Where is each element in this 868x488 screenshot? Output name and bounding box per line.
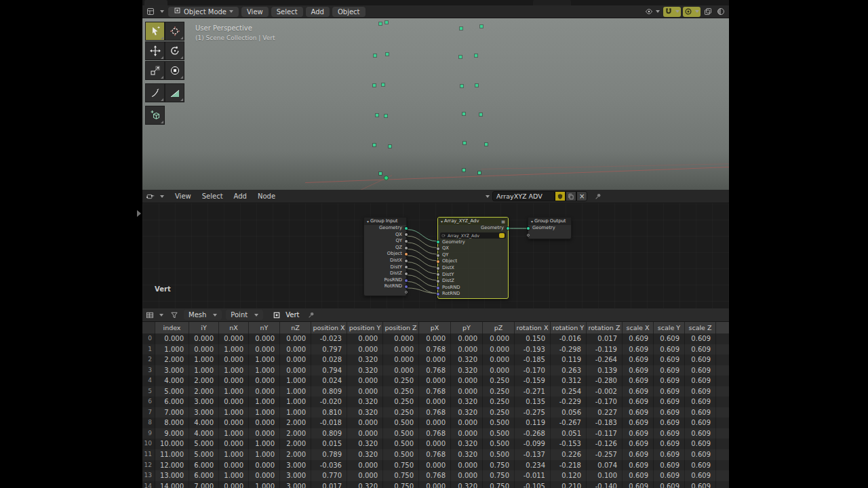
menu-select[interactable]: Select xyxy=(271,7,303,17)
input-row-rotrnd: RotRND xyxy=(438,291,508,298)
disty-socket[interactable] xyxy=(437,273,439,276)
tool-move-button[interactable] xyxy=(145,41,165,60)
posrnd-socket[interactable] xyxy=(405,279,408,282)
input-row-object: Object xyxy=(438,258,508,265)
qz-socket[interactable] xyxy=(405,247,408,249)
table-cell: 13.000 xyxy=(155,470,189,481)
fake-user-shield-button[interactable] xyxy=(555,191,566,201)
ne-menu-view[interactable]: View xyxy=(175,192,191,200)
distx-socket[interactable] xyxy=(437,267,439,270)
node-group-datablock-field[interactable]: Array_XYZ_Adv xyxy=(440,232,506,239)
output-row-distx: DistX xyxy=(364,258,406,264)
menu-view[interactable]: View xyxy=(241,7,269,17)
node-group-output[interactable]: ▾Group Output Geometry xyxy=(528,217,572,239)
virtual-socket[interactable] xyxy=(527,234,530,237)
output-label: QX xyxy=(395,232,402,237)
column-header-rotation-z: rotation Z xyxy=(587,322,623,333)
unlink-button[interactable]: × xyxy=(576,191,587,201)
proportional-editing-icon[interactable] xyxy=(683,7,701,17)
table-cell: 0.609 xyxy=(654,460,685,471)
shading-sphere-icon[interactable] xyxy=(715,7,726,17)
tool-scale-button[interactable] xyxy=(145,61,165,80)
geometry-component-dropdown[interactable]: Mesh xyxy=(184,310,222,320)
table-cell: 0.320 xyxy=(347,481,383,488)
distx-socket[interactable] xyxy=(405,260,408,262)
table-cell: 0.609 xyxy=(654,396,685,407)
region-toggle-arrow-icon[interactable] xyxy=(137,210,141,217)
gizmo-visibility-icon[interactable] xyxy=(644,7,661,17)
menu-add[interactable]: Add xyxy=(306,7,330,17)
table-cell: 5.000 xyxy=(189,449,219,460)
node-header[interactable]: ▾Group Output xyxy=(528,218,571,225)
ne-menu-add[interactable]: Add xyxy=(234,192,247,200)
ne-menu-node[interactable]: Node xyxy=(258,192,275,200)
snap-magnet-icon[interactable] xyxy=(663,7,681,17)
ne-menu-select[interactable]: Select xyxy=(202,192,223,200)
table-cell-filler xyxy=(716,418,729,428)
instance-point xyxy=(475,84,478,87)
node-group-input[interactable]: ▾Group Input GeometryQXQYQZObjectDistXDi… xyxy=(363,217,407,296)
filter-funnel-icon[interactable] xyxy=(169,310,180,320)
geometry-input-socket[interactable] xyxy=(527,227,530,230)
editor-type-node-icon[interactable] xyxy=(145,191,156,201)
node-tree-browse-icon[interactable] xyxy=(471,191,481,201)
node-header[interactable]: ▾Array_XYZ_Adv ▦ xyxy=(438,218,508,225)
pin-icon[interactable] xyxy=(306,310,317,320)
tool-add-cube-button[interactable] xyxy=(145,106,165,125)
qx-socket[interactable] xyxy=(437,247,439,250)
table-cell: 2.000 xyxy=(189,386,219,397)
node-editor-canvas[interactable]: ▾Group Input GeometryQXQYQZObjectDistXDi… xyxy=(142,203,729,308)
table-cell: 0.609 xyxy=(654,333,685,344)
chevron-down-icon xyxy=(675,10,679,13)
instance-point xyxy=(384,115,387,117)
tool-transform-button[interactable] xyxy=(165,61,184,80)
node-tree-owner-label: Vert xyxy=(155,285,171,293)
menu-object[interactable]: Object xyxy=(332,7,366,17)
posrnd-socket[interactable] xyxy=(437,287,439,289)
table-cell: 0.609 xyxy=(654,344,685,355)
viewport-3d[interactable]: User Perspective (1) Scene Collection | … xyxy=(142,18,729,190)
pin-icon[interactable] xyxy=(593,191,604,201)
input-row-qy: QY xyxy=(438,252,508,259)
geometry-socket[interactable] xyxy=(437,241,439,243)
qy-socket[interactable] xyxy=(437,254,439,257)
spreadsheet-toolbar: Mesh Point Vert xyxy=(142,308,729,322)
editor-type-3dview-icon[interactable] xyxy=(145,7,156,17)
table-cell: -0.298 xyxy=(551,344,587,355)
tool-measure-button[interactable] xyxy=(165,83,184,102)
table-cell: -0.020 xyxy=(311,396,347,407)
tool-annotate-button[interactable] xyxy=(145,83,165,102)
chevron-down-icon xyxy=(160,10,164,13)
table-cell: 0.000 xyxy=(249,375,280,386)
attribute-domain-dropdown[interactable]: Point xyxy=(226,310,263,320)
table-cell: 0.320 xyxy=(451,449,483,460)
fake-user-shield-icon[interactable] xyxy=(499,233,505,238)
editor-type-spreadsheet-icon[interactable] xyxy=(144,310,155,320)
table-cell-filler xyxy=(716,386,729,397)
table-cell: 0.250 xyxy=(383,386,419,397)
geometry-output-socket[interactable] xyxy=(507,227,509,230)
node-tree-name-field[interactable]: ArrayXYZ ADV xyxy=(492,191,555,201)
tool-rotate-button[interactable] xyxy=(165,41,184,60)
mode-selector[interactable]: Object Mode xyxy=(168,7,239,17)
virtual-socket[interactable] xyxy=(405,291,408,293)
tool-cursor-button[interactable] xyxy=(165,22,184,41)
distz-socket[interactable] xyxy=(437,280,439,283)
rotrnd-socket[interactable] xyxy=(437,293,439,296)
node-header[interactable]: ▾Group Input xyxy=(364,218,406,225)
overlays-icon[interactable] xyxy=(703,7,713,17)
geometry-socket[interactable] xyxy=(405,227,408,230)
tool-tweak-select-button[interactable] xyxy=(145,22,165,41)
object-socket[interactable] xyxy=(437,260,439,263)
qy-socket[interactable] xyxy=(405,240,408,243)
table-cell: -0.126 xyxy=(587,439,623,449)
table-cell: 0.609 xyxy=(623,439,654,449)
new-copy-button[interactable] xyxy=(566,191,576,201)
object-origin-point[interactable] xyxy=(384,176,389,180)
table-cell: 0.750 xyxy=(483,481,515,488)
node-array-xyz-adv[interactable]: ▾Array_XYZ_Adv ▦ Geometry Array_XYZ_Adv … xyxy=(437,217,509,299)
table-cell: 0.609 xyxy=(623,365,654,376)
distz-socket[interactable] xyxy=(405,272,408,275)
table-row: 66.0003.0000.0001.0001.000-0.0200.3200.2… xyxy=(142,396,729,407)
table-cell: 0.500 xyxy=(483,439,515,449)
